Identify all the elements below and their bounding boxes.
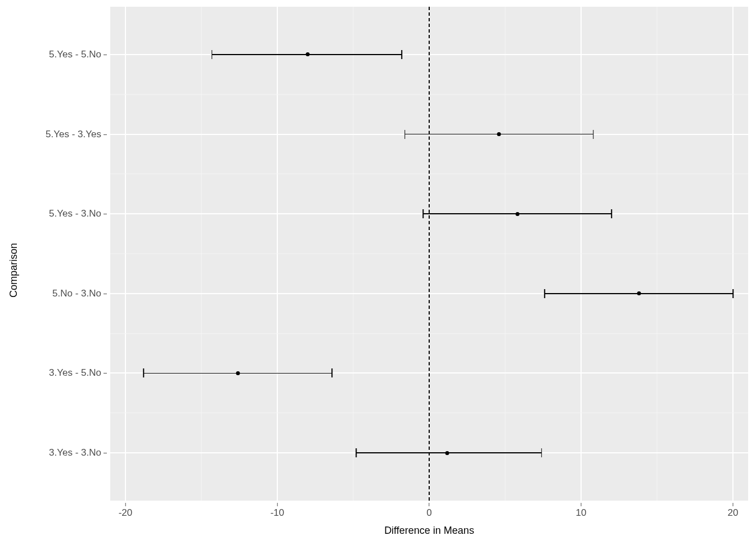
chart-container: Comparison 3.Yes - 3.No3.Yes - 5.No5.No … [0,0,756,540]
zero-reference-line [429,7,430,501]
plot-panel [110,7,748,501]
point-estimate [497,132,501,136]
errorbar-cap-high [331,368,332,377]
y-tick: 5.Yes - 3.Yes [46,129,107,140]
y-tick: 3.Yes - 3.No [49,447,107,458]
x-tick-label: 0 [426,507,431,518]
x-axis-title: Difference in Means [110,525,748,537]
point-estimate [306,52,310,56]
point-estimate [446,451,449,455]
y-tick-label: 5.Yes - 5.No [49,49,101,60]
point-estimate [515,212,519,216]
errorbar-cap-high [732,289,734,298]
errorbar-cap-high [593,130,594,139]
x-tick-label: -20 [119,507,133,518]
y-axis-title: Comparison [8,242,20,297]
errorbar-cap-low [143,368,145,377]
errorbar-cap-low [212,50,213,59]
point-estimate [236,371,240,375]
y-tick-label: 5.No - 3.No [52,288,101,299]
errorbar-cap-low [356,448,357,457]
x-tick-label: 10 [576,507,587,518]
errorbar-cap-low [404,130,406,139]
y-tick: 5.Yes - 3.No [49,208,107,219]
errorbar-cap-high [611,209,612,218]
point-estimate [637,291,641,295]
x-tick: 10 [576,503,587,519]
x-tick: 0 [426,503,431,519]
y-tick-label: 3.Yes - 5.No [49,367,101,378]
y-tick: 5.Yes - 5.No [49,49,107,60]
errorbar-cap-low [544,289,545,298]
y-tick-label: 3.Yes - 3.No [49,447,101,458]
x-tick: -20 [119,503,133,519]
y-axis-ticks: 3.Yes - 3.No3.Yes - 5.No5.No - 3.No5.Yes… [22,7,107,501]
errorbar-cap-high [541,448,542,457]
y-tick-label: 5.Yes - 3.Yes [46,129,101,140]
y-tick: 5.No - 3.No [52,288,107,299]
x-tick-label: 20 [728,507,739,518]
x-tick: -10 [271,503,285,519]
x-tick-label: -10 [271,507,285,518]
y-tick-label: 5.Yes - 3.No [49,208,101,219]
y-axis-title-wrap: Comparison [6,0,22,540]
x-tick: 20 [728,503,739,519]
x-axis-area: Difference in Means -20-1001020 [110,501,748,540]
errorbar-cap-low [422,209,424,218]
errorbar-cap-high [402,50,403,59]
y-tick: 3.Yes - 5.No [49,367,107,379]
